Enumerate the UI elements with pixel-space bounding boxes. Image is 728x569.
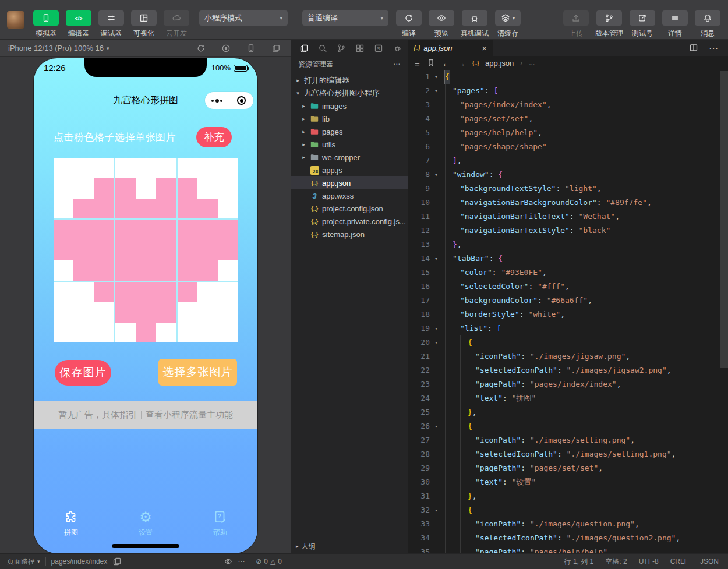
device-selector[interactable]: iPhone 12/13 (Pro) 100% 16 ▾ [8, 44, 109, 52]
tab-app-json[interactable]: {..} app.json × [408, 40, 493, 56]
tree-file-app.wxss[interactable]: 3app.wxss [291, 189, 408, 202]
heart-grid-cell[interactable] [115, 158, 175, 218]
indent-setting[interactable]: 空格: 2 [605, 557, 627, 567]
toolbar-preview-button[interactable]: 预览 [428, 10, 455, 38]
toolbar-cloud-dev-button[interactable]: 云开发 [163, 10, 190, 38]
more-actions-icon[interactable]: ⋯ [238, 557, 245, 566]
breadcrumb-file[interactable]: app.json [485, 59, 514, 68]
code-text[interactable]: "color": "#93E0FE", [443, 266, 728, 280]
code-text[interactable]: "pages/index/index", [443, 98, 728, 112]
tree-file-app.json[interactable]: {..}app.json [291, 176, 408, 189]
tree-file-project.private.config.js...[interactable]: {..}project.private.config.js... [291, 215, 408, 228]
code-text[interactable]: }, [443, 238, 728, 252]
fold-arrow-icon[interactable]: ▾ [430, 335, 443, 349]
exit-button[interactable] [229, 96, 253, 105]
toolbar-clear-cache-button[interactable]: ▾清缓存 [494, 10, 521, 38]
code-text[interactable]: "pages/shape/shape" [443, 140, 728, 154]
fold-arrow-icon[interactable]: ▾ [430, 84, 443, 98]
forward-arrow-icon[interactable]: → [457, 58, 466, 68]
language-mode[interactable]: JSON [700, 557, 719, 566]
outline-section[interactable]: ▸ 大纲 [291, 539, 408, 553]
toolbar-compile-button[interactable]: 编译 [395, 10, 422, 38]
cursor-position[interactable]: 行 1, 列 1 [564, 557, 594, 567]
code-text[interactable]: "text": "设置" [443, 475, 728, 489]
save-image-button[interactable]: 保存图片 [55, 360, 111, 386]
back-arrow-icon[interactable]: ← [442, 58, 451, 68]
bookmark-icon[interactable] [426, 58, 436, 68]
tree-file-app.js[interactable]: JSapp.js [291, 164, 408, 176]
close-tab-icon[interactable]: × [482, 43, 487, 53]
fold-arrow-icon[interactable]: ▾ [430, 168, 443, 182]
tree-folder-pages[interactable]: ▸pages [291, 125, 408, 138]
phone-icon[interactable] [246, 44, 256, 53]
copy-icon[interactable] [112, 557, 122, 566]
tree-file-sitemap.json[interactable]: {..}sitemap.json [291, 228, 408, 241]
code-text[interactable]: }, [443, 405, 728, 419]
mock-icon[interactable] [388, 40, 407, 57]
code-text[interactable]: "window": { [443, 168, 728, 182]
code-text[interactable]: "iconPath": "./images/jigsaw.png", [443, 349, 728, 363]
toolbar-version-manage-button[interactable]: 版本管理 [595, 10, 623, 38]
problems-indicator[interactable]: ⊘ 0 △ 0 [256, 557, 282, 566]
code-text[interactable]: "borderStyle": "white", [443, 308, 728, 321]
code-text[interactable]: { [443, 70, 728, 84]
more-actions-icon[interactable]: ⋯ [709, 43, 719, 54]
refill-button[interactable]: 补充 [196, 127, 232, 147]
code-text[interactable]: "pagePath": "pages/help/help", [443, 545, 728, 553]
git-icon[interactable] [332, 40, 351, 57]
files-icon[interactable] [295, 40, 313, 57]
toolbar-visualize-button[interactable]: 可视化 [130, 10, 157, 38]
code-text[interactable]: "selectedIconPath": "./images/setting1.p… [443, 447, 728, 461]
fold-arrow-icon[interactable]: ▾ [430, 252, 443, 266]
heart-grid-cell[interactable] [115, 282, 175, 342]
tree-section-expanded[interactable]: ▾九宫格心形拼图小程序 [291, 87, 408, 100]
toolbar-details-button[interactable]: 详情 [662, 10, 688, 38]
code-text[interactable]: { [443, 335, 728, 349]
code-text[interactable]: "selectedIconPath": "./images/jigsaw2.pn… [443, 363, 728, 377]
user-avatar[interactable] [7, 11, 24, 29]
compile-mode-select[interactable]: 普通编译 ▾ [302, 10, 388, 26]
more-menu-button[interactable] [205, 99, 229, 103]
code-text[interactable]: "selectedColor": "#fff", [443, 280, 728, 294]
code-text[interactable]: "selectedIconPath": "./images/question2.… [443, 531, 728, 545]
code-text[interactable]: "navigationBarTitleText": "WeChat", [443, 210, 728, 224]
encoding-setting[interactable]: UTF-8 [639, 557, 659, 566]
code-editor[interactable]: 1▾{2▾"pages": [3"pages/index/index",4"pa… [408, 70, 728, 553]
outline-list-icon[interactable]: ≡ [415, 58, 420, 68]
code-text[interactable]: }, [443, 489, 728, 503]
stop-icon[interactable] [221, 44, 231, 53]
fold-arrow-icon[interactable]: ▾ [430, 503, 443, 517]
storage-icon[interactable]: S [369, 40, 388, 57]
eol-setting[interactable]: CRLF [670, 557, 688, 566]
code-text[interactable]: { [443, 419, 728, 433]
scrollbar-thumb[interactable] [720, 71, 728, 368]
fold-arrow-icon[interactable]: ▾ [430, 419, 443, 433]
tree-folder-images[interactable]: ▸images [291, 100, 408, 112]
code-text[interactable]: "pages/set/set", [443, 112, 728, 126]
select-multiple-button[interactable]: 选择多张图片 [158, 359, 237, 386]
tree-folder-lib[interactable]: ▸lib [291, 112, 408, 125]
ad-link[interactable]: 查看小程序流量主功能 [146, 409, 233, 420]
extensions-icon[interactable] [351, 40, 369, 57]
mode-select[interactable]: 小程序模式 ▾ [199, 10, 288, 26]
fold-arrow-icon[interactable]: ▾ [430, 70, 443, 84]
toolbar-editor-button[interactable]: </>编辑器 [65, 10, 92, 38]
code-text[interactable]: "navigationBarBackgroundColor": "#89f7fe… [443, 196, 728, 210]
code-text[interactable]: "pages": [ [443, 84, 728, 98]
code-text[interactable]: "list": [ [443, 321, 728, 335]
rotate-icon[interactable] [196, 44, 206, 53]
page-path-selector[interactable]: 页面路径 ▾ [7, 557, 40, 567]
split-editor-icon[interactable] [689, 43, 698, 52]
code-text[interactable]: "backgroundTextStyle": "light", [443, 182, 728, 196]
toolbar-messages-button[interactable]: 消息 [694, 10, 721, 38]
code-text[interactable]: ], [443, 154, 728, 168]
heart-grid-cell[interactable] [178, 282, 238, 342]
eye-icon[interactable] [224, 557, 232, 566]
heart-grid-cell[interactable] [178, 158, 238, 218]
breadcrumb-more[interactable]: ... [529, 59, 535, 67]
multi-window-icon[interactable] [271, 44, 281, 53]
heart-grid-cell[interactable] [115, 220, 175, 280]
tree-file-project.config.json[interactable]: {..}project.config.json [291, 202, 408, 215]
code-text[interactable]: "navigationBarTextStyle": "black" [443, 224, 728, 238]
home-indicator[interactable] [112, 544, 179, 548]
